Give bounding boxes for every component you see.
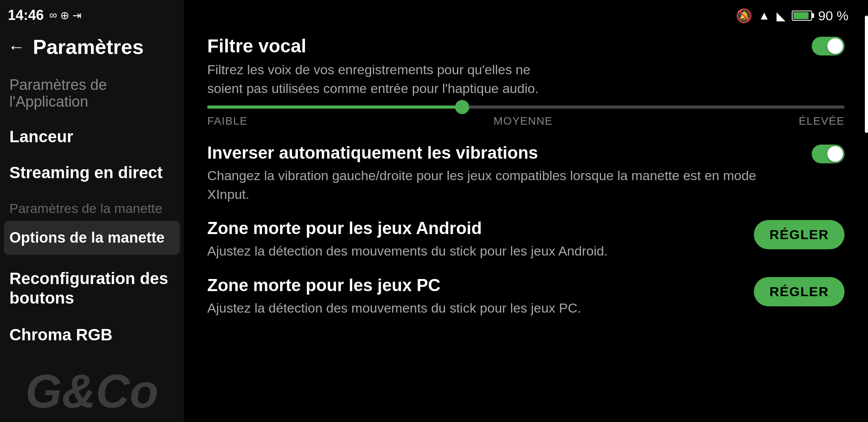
zone-morte-pc-title: Zone morte pour les jeux PC: [207, 275, 738, 295]
slider-thumb[interactable]: [455, 100, 469, 114]
zone-morte-android-desc: Ajustez la détection des mouvements du s…: [207, 242, 738, 261]
slider-labels: FAIBLE MOYENNE ÉLEVÉE: [207, 115, 845, 127]
battery-indicator: 90 %: [792, 8, 849, 23]
sidebar-item-reconfig[interactable]: Reconfiguration des boutons: [0, 260, 184, 317]
filtre-vocal-desc: Filtrez les voix de vos enregistrements …: [207, 61, 559, 98]
zone-morte-pc-button[interactable]: RÉGLER: [754, 277, 845, 306]
signal-icon: ◣: [777, 9, 786, 23]
page-title: Paramètres: [33, 35, 143, 59]
sidebar-item-options-manette[interactable]: Options de la manette: [4, 221, 180, 255]
filtre-vocal-row: Filtre vocal Filtrez les voix de vos enr…: [207, 35, 845, 98]
filtre-vocal-section: Filtre vocal Filtrez les voix de vos enr…: [207, 12, 845, 127]
slider-label-low: FAIBLE: [207, 115, 247, 127]
inverser-vibrations-title: Inverser automatiquement les vibrations: [207, 143, 796, 163]
zone-morte-pc-desc: Ajustez la détection des mouvements du s…: [207, 299, 738, 318]
content-status-bar: 🔕 ▲ ◣ 90 %: [736, 8, 848, 23]
battery-block: [792, 11, 812, 21]
slider-label-mid: MOYENNE: [493, 115, 552, 127]
zone-morte-android-button[interactable]: RÉGLER: [754, 220, 845, 249]
zone-morte-android-row: Zone morte pour les jeux Android Ajustez…: [207, 218, 845, 261]
watermark-text: G&Co: [25, 364, 158, 418]
bell-muted-icon: 🔕: [736, 8, 752, 23]
filtre-vocal-text: Filtre vocal Filtrez les voix de vos enr…: [207, 35, 812, 98]
infinite-icon: ∞: [49, 9, 57, 21]
battery-percent: 90 %: [818, 8, 849, 23]
sidebar-item-lanceur[interactable]: Lanceur: [0, 119, 184, 155]
watermark: G&Co: [0, 364, 184, 418]
sidebar-item-app-params[interactable]: Paramètres de l'Application: [0, 68, 184, 119]
status-bar: 14:46 ∞ ⊕ ⇥: [0, 0, 184, 27]
zone-morte-pc-row: Zone morte pour les jeux PC Ajustez la d…: [207, 275, 845, 318]
filtre-vocal-title: Filtre vocal: [207, 35, 812, 57]
sidebar-item-streaming[interactable]: Streaming en direct: [0, 155, 184, 191]
inverser-vibrations-toggle[interactable]: [812, 145, 845, 163]
main-content: 🔕 ▲ ◣ 90 % Filtre vocal Filtrez les voix…: [184, 0, 868, 422]
cast-icon: ⊕: [60, 9, 69, 22]
sidebar-section-manette: Paramètres de la manette: [0, 191, 184, 219]
status-icons: ∞ ⊕ ⇥: [49, 9, 81, 22]
inverser-vibrations-row: Inverser automatiquement les vibrations …: [207, 143, 845, 204]
back-button[interactable]: ←: [8, 37, 25, 57]
inverser-vibrations-desc: Changez la vibration gauche/droite pour …: [207, 166, 796, 204]
filtre-vocal-toggle[interactable]: [812, 37, 845, 55]
slider-label-high: ÉLEVÉE: [799, 115, 845, 127]
scrollbar[interactable]: [865, 16, 868, 133]
slider-fill: [207, 106, 462, 109]
wifi-icon: ▲: [759, 9, 770, 22]
toggle-knob: [827, 38, 843, 54]
status-time: 14:46: [8, 7, 44, 23]
header: ← Paramètres: [0, 27, 184, 68]
zone-morte-android-title: Zone morte pour les jeux Android: [207, 218, 738, 238]
arrow-icon: ⇥: [72, 9, 81, 22]
zone-morte-pc-text: Zone morte pour les jeux PC Ajustez la d…: [207, 275, 754, 318]
toggle-knob-2: [827, 146, 843, 162]
zone-morte-android-text: Zone morte pour les jeux Android Ajustez…: [207, 218, 754, 261]
sidebar: 14:46 ∞ ⊕ ⇥ ← Paramètres Paramètres de l…: [0, 0, 184, 422]
filtre-vocal-slider-container: FAIBLE MOYENNE ÉLEVÉE: [207, 106, 845, 127]
inverser-vibrations-text: Inverser automatiquement les vibrations …: [207, 143, 812, 204]
battery-fill: [793, 12, 809, 19]
slider-track[interactable]: [207, 106, 845, 109]
sidebar-item-chroma[interactable]: Chroma RGB: [0, 317, 184, 353]
